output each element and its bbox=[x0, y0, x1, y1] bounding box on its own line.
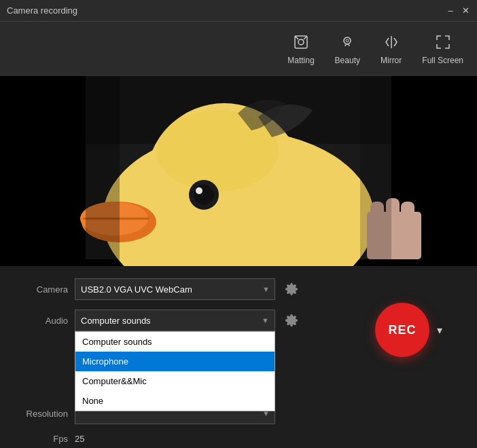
svg-point-14 bbox=[194, 185, 214, 205]
audio-option-none[interactable]: None bbox=[75, 391, 275, 411]
audio-row: Audio Computer sounds ▼ Computer sounds … bbox=[14, 310, 361, 331]
controls-panel: Camera USB2.0 VGA UVC WebCam ▼ Audio Co bbox=[0, 266, 477, 448]
audio-select-arrow: ▼ bbox=[262, 316, 269, 324]
audio-option-microphone[interactable]: Microphone bbox=[75, 352, 275, 371]
camera-feed bbox=[0, 76, 477, 266]
svg-point-5 bbox=[346, 39, 349, 42]
resolution-label: Resolution bbox=[14, 409, 68, 419]
svg-rect-22 bbox=[401, 202, 414, 230]
svg-rect-24 bbox=[360, 76, 391, 266]
fullscreen-button[interactable]: Full Screen bbox=[422, 33, 463, 65]
close-button[interactable]: ✕ bbox=[461, 6, 470, 16]
svg-rect-23 bbox=[86, 76, 120, 266]
audio-dropdown[interactable]: Computer sounds Microphone Computer&&Mic… bbox=[75, 331, 275, 411]
left-controls: Audio Computer sounds ▼ Computer sounds … bbox=[14, 310, 361, 448]
camera-select-wrapper: USB2.0 VGA UVC WebCam ▼ bbox=[75, 278, 275, 300]
svg-point-4 bbox=[344, 37, 351, 44]
audio-label: Audio bbox=[14, 316, 68, 326]
matting-button[interactable]: Matting bbox=[287, 33, 314, 65]
fullscreen-icon bbox=[434, 33, 453, 52]
rec-dropdown-button[interactable]: ▾ bbox=[429, 320, 450, 340]
mirror-button[interactable]: Mirror bbox=[381, 33, 402, 65]
window-controls: – ✕ bbox=[446, 6, 470, 16]
fps-row: Fps 25 bbox=[14, 434, 361, 444]
fps-label: Fps bbox=[14, 434, 68, 444]
beauty-button[interactable]: Beauty bbox=[335, 33, 360, 65]
audio-select-display[interactable]: Computer sounds ▼ bbox=[75, 310, 275, 331]
rec-container: REC ▾ bbox=[361, 303, 463, 357]
video-preview bbox=[0, 76, 477, 266]
camera-select[interactable]: USB2.0 VGA UVC WebCam bbox=[75, 278, 275, 300]
svg-point-1 bbox=[298, 39, 304, 45]
fullscreen-label: Full Screen bbox=[422, 56, 463, 65]
toolbar: Matting Beauty Mirror bbox=[0, 22, 477, 76]
fps-value: 25 bbox=[75, 434, 84, 444]
audio-option-computer-mic[interactable]: Computer&&Mic bbox=[75, 371, 275, 391]
beauty-label: Beauty bbox=[335, 56, 360, 65]
mirror-label: Mirror bbox=[381, 56, 402, 65]
camera-label: Camera bbox=[14, 284, 68, 295]
title-bar: Camera recording – ✕ bbox=[0, 0, 477, 22]
audio-dropdown-container: Computer sounds ▼ Computer sounds Microp… bbox=[75, 310, 275, 331]
minimize-button[interactable]: – bbox=[446, 6, 455, 16]
audio-current-value: Computer sounds bbox=[81, 316, 151, 326]
mirror-icon bbox=[382, 33, 401, 52]
matting-icon bbox=[292, 33, 311, 52]
matting-label: Matting bbox=[287, 56, 314, 65]
audio-settings-button[interactable] bbox=[282, 311, 301, 330]
camera-settings-button[interactable] bbox=[282, 280, 301, 299]
camera-row: Camera USB2.0 VGA UVC WebCam ▼ bbox=[14, 278, 463, 300]
window-title: Camera recording bbox=[7, 5, 77, 16]
rec-button[interactable]: REC bbox=[375, 303, 429, 357]
audio-option-computer-sounds[interactable]: Computer sounds bbox=[75, 332, 275, 352]
svg-point-15 bbox=[196, 187, 202, 194]
beauty-icon bbox=[338, 33, 357, 52]
